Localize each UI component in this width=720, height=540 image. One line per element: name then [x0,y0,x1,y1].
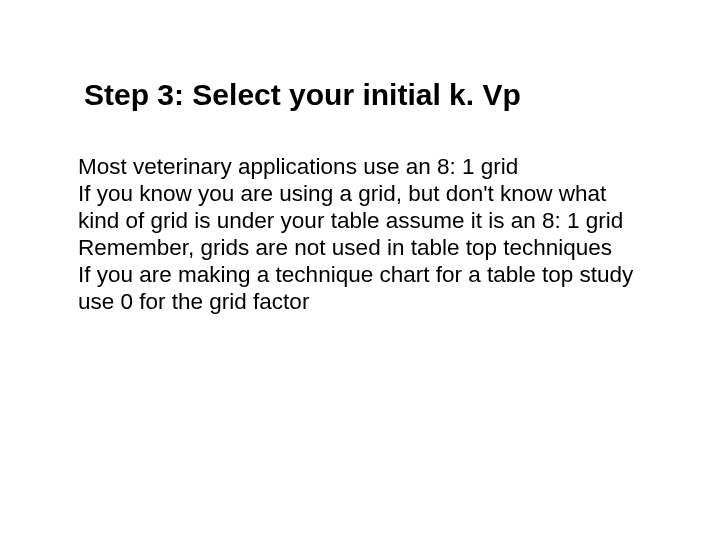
body-line-4: If you are making a technique chart for … [78,261,635,315]
body-line-1: Most veterinary applications use an 8: 1… [78,153,635,180]
slide-body: Most veterinary applications use an 8: 1… [78,153,635,315]
body-line-3: Remember, grids are not used in table to… [78,234,635,261]
slide-title: Step 3: Select your initial k. Vp [78,78,635,113]
body-line-2: If you know you are using a grid, but do… [78,180,635,234]
